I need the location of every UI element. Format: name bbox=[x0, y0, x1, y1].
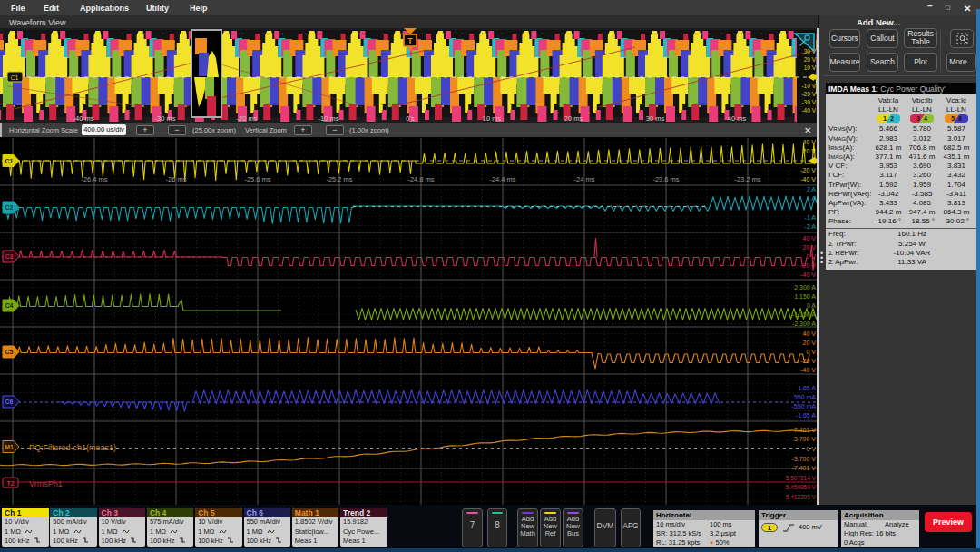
svg-text:30 ms: 30 ms bbox=[646, 114, 665, 123]
svg-text:-20 ms: -20 ms bbox=[237, 114, 258, 123]
svg-text:40 ms: 40 ms bbox=[728, 114, 747, 123]
svg-text:-1.65 A: -1.65 A bbox=[796, 412, 817, 419]
svg-text:2: 2 bbox=[890, 115, 894, 122]
svg-text:0 A: 0 A bbox=[807, 302, 816, 309]
svg-text:T: T bbox=[407, 36, 413, 45]
svg-text:10 V: 10 V bbox=[804, 64, 817, 71]
svg-text:7.401 V: 7.401 V bbox=[794, 427, 816, 433]
svg-text:C3: C3 bbox=[5, 253, 14, 260]
svg-text:1 A: 1 A bbox=[807, 195, 816, 202]
svg-text:-23.2 ms: -23.2 ms bbox=[734, 175, 760, 183]
svg-text:-23.6 ms: -23.6 ms bbox=[652, 175, 679, 183]
svg-text:-1.150 A: -1.150 A bbox=[792, 311, 816, 318]
svg-text:-30 ms: -30 ms bbox=[155, 114, 176, 123]
svg-text:VrmsPh1: VrmsPh1 bbox=[29, 479, 63, 488]
svg-text:-10 ms: -10 ms bbox=[318, 114, 339, 123]
svg-text:M1: M1 bbox=[5, 444, 14, 450]
svg-text:C2: C2 bbox=[5, 204, 14, 211]
svg-text:-7.401 V: -7.401 V bbox=[792, 465, 817, 471]
svg-text:5.459959 V: 5.459959 V bbox=[786, 484, 817, 490]
svg-text:-30 V: -30 V bbox=[801, 99, 816, 105]
svg-text:10 ms: 10 ms bbox=[483, 114, 502, 123]
svg-text:C1: C1 bbox=[11, 74, 19, 81]
svg-text:PQ:Filtered-ch1(meas1): PQ:Filtered-ch1(meas1) bbox=[29, 443, 116, 452]
svg-text:-20 V: -20 V bbox=[800, 262, 816, 269]
svg-text:-40 ms: -40 ms bbox=[74, 114, 94, 123]
svg-text:20 V: 20 V bbox=[803, 148, 817, 154]
svg-text:5: 5 bbox=[951, 115, 955, 122]
svg-text:C5: C5 bbox=[5, 349, 14, 355]
svg-text:-20 V: -20 V bbox=[800, 167, 816, 173]
svg-text:20 V: 20 V bbox=[803, 340, 817, 346]
svg-text:-26.4 ms: -26.4 ms bbox=[81, 175, 107, 183]
svg-text:-10 V: -10 V bbox=[801, 83, 816, 89]
svg-text:C4: C4 bbox=[5, 302, 14, 309]
svg-text:30 V: 30 V bbox=[804, 48, 817, 54]
svg-text:3.700 V: 3.700 V bbox=[794, 436, 816, 442]
svg-text:-40 V: -40 V bbox=[800, 271, 816, 278]
svg-text:2.300 A: 2.300 A bbox=[794, 284, 816, 291]
svg-text:-2.300 A: -2.300 A bbox=[792, 320, 816, 327]
svg-text:-24 ms: -24 ms bbox=[574, 175, 595, 183]
svg-text:-25.6 ms: -25.6 ms bbox=[244, 175, 270, 183]
svg-text:6: 6 bbox=[958, 115, 962, 122]
svg-text:1.65 A: 1.65 A bbox=[798, 385, 816, 391]
svg-text:-40 V: -40 V bbox=[800, 176, 816, 182]
svg-text:40 V: 40 V bbox=[803, 139, 817, 145]
svg-text:-3.700 V: -3.700 V bbox=[792, 456, 817, 462]
svg-text:-20 V: -20 V bbox=[800, 358, 816, 364]
svg-text:2 A: 2 A bbox=[807, 186, 816, 192]
svg-text:0 V: 0 V bbox=[806, 446, 816, 452]
svg-text:20 V: 20 V bbox=[804, 56, 817, 63]
svg-text:-20 V: -20 V bbox=[801, 91, 816, 97]
svg-text:20 ms: 20 ms bbox=[564, 114, 583, 123]
svg-text:20 V: 20 V bbox=[803, 244, 817, 251]
svg-text:-40 V: -40 V bbox=[801, 107, 816, 113]
svg-text:0 V: 0 V bbox=[806, 253, 816, 260]
svg-text:5.507214 V: 5.507214 V bbox=[786, 475, 817, 481]
svg-text:-1 A: -1 A bbox=[805, 214, 817, 221]
svg-text:-26 ms: -26 ms bbox=[166, 175, 187, 183]
svg-text:4: 4 bbox=[924, 115, 927, 122]
svg-text:-550 mA: -550 mA bbox=[792, 403, 817, 409]
svg-text:0 V: 0 V bbox=[806, 349, 816, 355]
svg-text:-24.4 ms: -24.4 ms bbox=[489, 175, 515, 183]
svg-text:0's: 0's bbox=[406, 114, 415, 123]
svg-text:C6: C6 bbox=[5, 399, 14, 405]
svg-text:-2 A: -2 A bbox=[805, 223, 817, 230]
svg-text:T2: T2 bbox=[6, 480, 14, 487]
svg-text:1: 1 bbox=[883, 115, 887, 122]
svg-text:-25.2 ms: -25.2 ms bbox=[326, 175, 352, 183]
svg-text:-40 V: -40 V bbox=[800, 367, 816, 373]
svg-text:550 mA: 550 mA bbox=[794, 394, 816, 400]
svg-text:40 V: 40 V bbox=[803, 330, 817, 337]
svg-text:C1: C1 bbox=[5, 158, 14, 164]
svg-text:40 V: 40 V bbox=[803, 235, 817, 242]
svg-text:1.150 A: 1.150 A bbox=[794, 293, 816, 300]
svg-text:-24.8 ms: -24.8 ms bbox=[407, 175, 434, 183]
svg-text:3: 3 bbox=[916, 115, 920, 122]
svg-text:5.412205 V: 5.412205 V bbox=[786, 494, 817, 500]
